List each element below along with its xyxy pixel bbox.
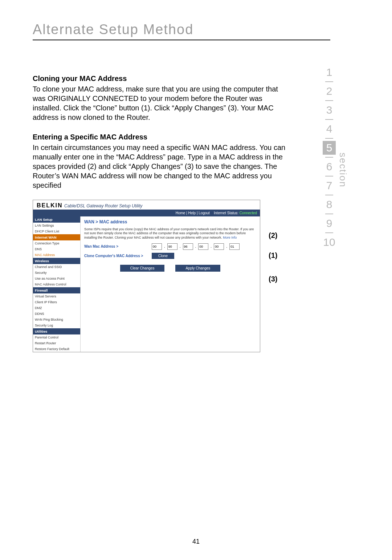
section-num-6: 6 [323,160,336,174]
section-num-5-current: 5 [323,141,336,155]
breadcrumb: WAN > MAC address [84,219,256,224]
nav-restart-router[interactable]: Restart Router [33,340,80,346]
clone-button[interactable]: Clone [152,253,174,259]
nav-connection-type[interactable]: Connection Type [33,240,80,246]
section-label: section [337,153,348,187]
section-num-2: 2 [323,84,336,98]
mac-field-4[interactable] [198,243,208,250]
callout-2: (2) [269,231,277,240]
paragraph-cloning: To clone your MAC address, make sure tha… [33,84,287,122]
page-number: 41 [0,538,392,545]
clone-label: Clone Computer's MAC Address > [84,254,150,258]
nav-lan-settings[interactable]: LAN Settings [33,223,80,228]
nav-dhcp-client-list[interactable]: DHCP Client List [33,228,80,234]
nav-dns[interactable]: DNS [33,246,80,252]
nav-client-ip-filters[interactable]: Client IP Filters [33,299,80,305]
nav-security[interactable]: Security [33,270,80,276]
nav-ddns[interactable]: DDNS [33,311,80,317]
mac-description: Some ISPs require that you clone (copy) … [84,227,256,240]
status-label: Internet Status: [214,211,238,215]
nav-restore-defaults[interactable]: Restore Factory Default [33,346,80,352]
mac-field-1[interactable] [152,243,162,250]
wan-mac-label: Wan Mac Address > [84,244,150,248]
section-num-4: 4 [323,122,336,136]
mac-field-3[interactable] [183,243,193,250]
nav-mac-control[interactable]: MAC Address Control [33,281,80,287]
section-num-3: 3 [323,103,336,117]
mac-field-6[interactable] [229,243,240,250]
nav-mac-address[interactable]: MAC Address [33,252,80,258]
apply-changes-button[interactable]: Apply Changes [175,265,220,272]
section-num-10: 10 [323,235,336,249]
clone-row: Clone Computer's MAC Address > Clone [84,253,256,259]
brand-name: BELKIN [37,202,63,208]
nav-dmz[interactable]: DMZ [33,305,80,311]
heading-specific: Entering a Specific MAC Address [33,133,287,141]
nav-virtual-servers[interactable]: Virtual Servers [33,293,80,299]
nav-security-log[interactable]: Security Log [33,322,80,328]
clear-changes-button[interactable]: Clear Changes [120,265,165,272]
section-num-1: 1 [323,65,336,79]
nav-header-lan: LAN Setup [33,216,80,223]
nav-wan-ping-blocking[interactable]: WAN Ping Blocking [33,317,80,322]
section-index: 1 2 3 4 5 6 7 8 9 10 [323,65,336,249]
more-info-link[interactable]: More Info [223,236,237,239]
shot-topbar: Home | Help | Logout Internet Status: Co… [33,210,260,216]
nav-header-wireless: Wireless [33,258,80,264]
nav-access-point[interactable]: Use as Access Point [33,276,80,281]
section-num-8: 8 [323,198,336,211]
paragraph-specific: In certain circumstances you may need a … [33,143,287,190]
status-value: Connected [240,211,257,215]
nav-parental-control[interactable]: Parental Control [33,334,80,340]
heading-cloning: Cloning your MAC Address [33,74,287,83]
mac-field-2[interactable] [167,243,177,250]
router-admin-screenshot: BELKIN Cable/DSL Gateway Router Setup Ut… [33,200,260,352]
brand-subtitle: Cable/DSL Gateway Router Setup Utility [64,203,142,208]
chapter-title: Alternate Setup Method [33,22,330,40]
sidebar-nav: LAN Setup LAN Settings DHCP Client List … [33,216,81,352]
section-num-7: 7 [323,179,336,192]
nav-header-firewall: Firewall [33,287,80,293]
callout-3: (3) [269,275,277,283]
nav-channel-ssid[interactable]: Channel and SSID [33,264,80,270]
topbar-links[interactable]: Home | Help | Logout [176,211,210,215]
nav-header-utilities: Utilities [33,328,80,334]
wan-mac-row: Wan Mac Address > . . . . . [84,243,256,250]
shot-main: WAN > MAC address Some ISPs require that… [81,216,260,352]
mac-field-5[interactable] [214,243,224,250]
shot-brand: BELKIN Cable/DSL Gateway Router Setup Ut… [33,200,260,210]
section-num-9: 9 [323,216,336,230]
callout-1: (1) [269,251,277,260]
nav-header-internet-wan: Internet WAN [33,234,80,240]
